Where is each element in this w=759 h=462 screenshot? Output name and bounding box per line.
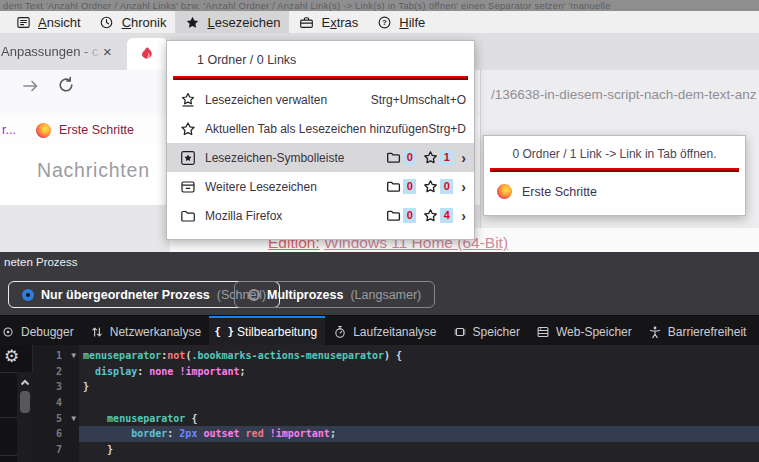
line-number: 5▼ (33, 411, 79, 427)
devtools-tab-label: Speicher (473, 325, 520, 339)
process-band: neten Prozess Nur übergeordneter Prozess… (0, 252, 759, 315)
bookmarks-menu-item[interactable]: Lesezeichen-Symbolleiste01› (167, 143, 474, 172)
menu-label: Ansicht (38, 15, 81, 30)
stylesheet-list-panel: ⚙ (0, 345, 33, 462)
list-divider (0, 455, 17, 456)
storage-icon (536, 325, 550, 339)
tab-title: Anpassungen - can (1, 44, 101, 59)
code-line[interactable]: } (79, 379, 759, 395)
star-outline-icon (179, 120, 196, 137)
folder-count: 0 (403, 208, 416, 223)
bookmarks-menu-item[interactable]: Weitere Lesezeichen00› (167, 172, 474, 201)
tray-icon (179, 178, 196, 195)
devtools-tab-debugger[interactable]: Debugger (0, 316, 82, 345)
menu-item-badges: 04› (386, 208, 466, 224)
radio-multiprocess[interactable]: Multiprozess (Langsamer) (234, 281, 435, 308)
bookmarks-menu-item[interactable]: Mozilla Firefox04› (167, 201, 474, 230)
line-number: 3 (33, 379, 79, 395)
menu-ansicht[interactable]: Ansicht (6, 11, 90, 33)
devtools-tab-label: Barrierefreiheit (668, 325, 747, 339)
folder-count-icon (386, 150, 401, 165)
tab-active-flame[interactable] (127, 38, 168, 70)
style-editor: ⚙ 1▼2345▼67 menuseparator:not(.bookmarks… (0, 345, 759, 462)
flame-icon (140, 46, 155, 63)
bookmarks-menu-item[interactable]: Lesezeichen verwaltenStrg+Umschalt+O (167, 85, 474, 114)
page-heading: Nachrichten (37, 159, 150, 182)
menu-chronik[interactable]: Chronik (90, 11, 176, 33)
accessibility-icon (648, 325, 662, 339)
bookmark-item-erste-schritte[interactable]: Erste Schritte (59, 123, 134, 137)
devtools-tab-label: Stilbearbeitung (237, 325, 317, 339)
css-code-area[interactable]: menuseparator:not(.bookmarks-actions-men… (79, 345, 759, 462)
list-divider (0, 372, 17, 373)
radio-label: Nur übergeordneter Prozess (41, 288, 210, 302)
devtools-tab-label: Web-Speicher (556, 325, 632, 339)
radio-selected-icon (22, 289, 34, 301)
devtools-tab-netzwerkanalyse[interactable]: Netzwerkanalyse (82, 316, 209, 345)
menu-item-label: Weitere Lesezeichen (205, 180, 317, 194)
menu-item-badges: 00› (386, 179, 466, 195)
code-line[interactable]: } (79, 442, 759, 458)
reload-button[interactable] (56, 75, 76, 95)
line-number: 1▼ (33, 348, 79, 364)
code-line[interactable]: menuseparator:not(.bookmarks-actions-men… (79, 348, 759, 364)
folder-count: 0 (403, 150, 416, 165)
bookmarks-menu-popup: 1 Ordner / 0 Links Lesezeichen verwalten… (166, 40, 475, 240)
menu-lesezeichen[interactable]: Lesezeichen (175, 11, 289, 33)
devtools-tab-barrierefreiheit[interactable]: Barrierefreiheit (640, 316, 755, 345)
folder-count-icon (386, 179, 401, 194)
bookmarks-menu-item[interactable]: Aktuellen Tab als Lesezeichen hinzufügen… (167, 114, 474, 143)
red-menuseparator (490, 168, 739, 172)
menu-extras[interactable]: Extras (289, 11, 367, 33)
scroll-up-icon[interactable] (19, 375, 31, 387)
devtools-tab-laufzeitanalyse[interactable]: Laufzeitanalyse (325, 316, 444, 345)
menu-label: Hilfe (399, 15, 425, 30)
chip-icon (453, 325, 467, 339)
network-icon (90, 325, 104, 339)
line-number-gutter: 1▼2345▼67 (33, 345, 79, 462)
link-count-icon (423, 179, 438, 194)
debugger-icon (1, 325, 15, 339)
clock-icon (99, 14, 115, 30)
menu-item-label: Mozilla Firefox (205, 209, 282, 223)
background-page-text: dem Text 'Anzahl Ordner / Anzahl Links' … (0, 0, 759, 11)
devtools-tab-label: Debugger (21, 325, 74, 339)
line-number: 7 (33, 442, 79, 458)
chevron-right-icon: › (461, 150, 466, 166)
list-divider (0, 417, 17, 418)
menu-label: Chronik (122, 15, 167, 30)
code-line[interactable]: menuseparator { (79, 411, 759, 427)
forward-button[interactable] (21, 76, 41, 96)
stopwatch-icon (333, 325, 347, 339)
menu-item-label: Lesezeichen verwalten (205, 93, 327, 107)
folder-count-icon (386, 208, 401, 223)
bookmark-item-truncated[interactable]: r... (2, 123, 36, 137)
line-number: 6 (33, 426, 79, 442)
devtools-tab-web-speicher[interactable]: Web-Speicher (528, 316, 640, 345)
gear-icon[interactable]: ⚙ (4, 346, 19, 366)
devtools-tab-speicher[interactable]: Speicher (445, 316, 528, 345)
radio-label: Multiprozess (267, 288, 343, 302)
fold-arrow-icon[interactable]: ▼ (71, 348, 76, 364)
menu-item-shortcut: Strg+D (428, 122, 466, 136)
fold-arrow-icon[interactable]: ▼ (71, 411, 76, 427)
menu-hilfe[interactable]: ?Hilfe (367, 11, 434, 33)
line-number: 4 (33, 395, 79, 411)
devtools-tab-bar: DebuggerNetzwerkanalyse{ }Stilbearbeitun… (0, 315, 759, 345)
folder-icon (179, 207, 196, 224)
editor-scrollbar[interactable] (17, 372, 33, 462)
tab-close-icon[interactable]: × (103, 43, 112, 60)
bookmarks-menu-header: 1 Ordner / 0 Links (167, 41, 474, 74)
code-line[interactable] (79, 395, 759, 411)
devtools-tab-stilbearbeitung[interactable]: { }Stilbearbeitung (209, 316, 325, 345)
tab-anpassungen[interactable]: Anpassungen - can × (0, 33, 122, 70)
submenu-item-erste-schritte[interactable]: Erste Schritte (484, 177, 745, 199)
menu-item-label: Lesezeichen-Symbolleiste (205, 151, 344, 165)
link-count: 4 (440, 208, 453, 223)
scrollbar-thumb[interactable] (20, 391, 30, 413)
menu-item-label: Aktuellen Tab als Lesezeichen hinzufügen… (205, 122, 428, 136)
code-line[interactable]: display: none !important; (79, 364, 759, 380)
code-line[interactable]: border: 2px outset red !important; (79, 426, 759, 442)
star-plaque-icon (179, 91, 196, 108)
submenu-item-label: Erste Schritte (522, 185, 597, 199)
